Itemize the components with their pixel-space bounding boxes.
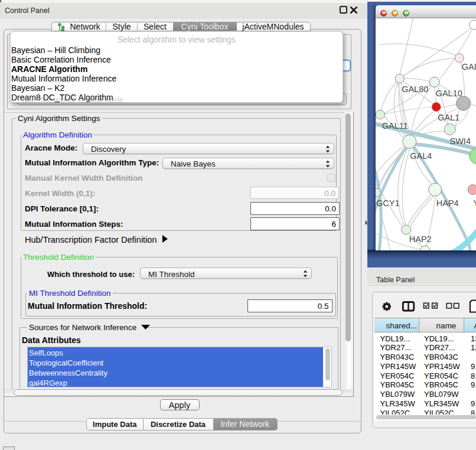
svg-text:GAL11: GAL11 [382,121,407,131]
svg-text:GAL10: GAL10 [435,89,462,98]
svg-text:GCY1: GCY1 [376,198,400,208]
svg-text:GAL1: GAL1 [438,113,459,122]
svg-text:GAL80: GAL80 [402,84,428,94]
svg-text:SWI4: SWI4 [449,136,470,146]
svg-text:HAP4: HAP4 [436,198,458,208]
svg-text:GAL7: GAL7 [461,62,476,71]
svg-text:YJL2: YJL2 [473,198,476,208]
svg-text:GAL4: GAL4 [410,151,432,161]
svg-text:HAP2: HAP2 [409,234,431,244]
